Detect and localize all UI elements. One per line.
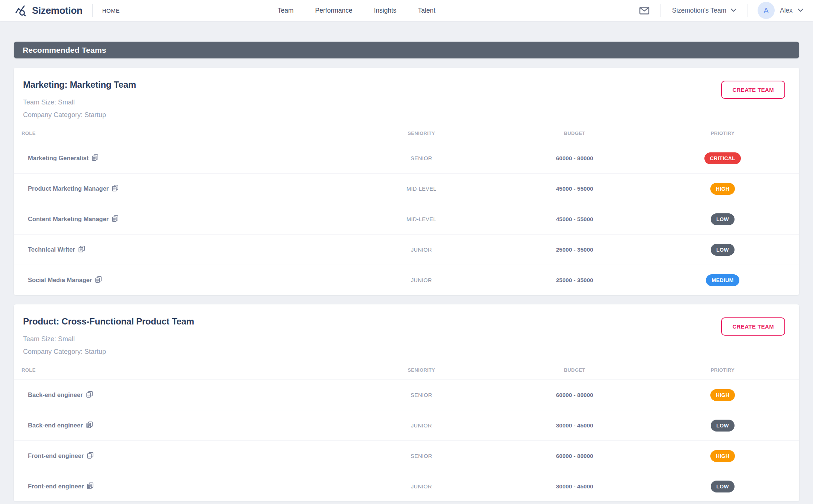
priority-cell: HIGH (646, 389, 799, 401)
mail-button[interactable] (638, 5, 651, 16)
role-seniority: JUNIOR (340, 423, 503, 429)
team-size: Team Size: Small (23, 96, 136, 109)
role-cell: Front-end engineer (14, 452, 340, 459)
user-menu[interactable]: A Alex (758, 2, 803, 19)
section-title: Recommended Teams (23, 46, 106, 55)
nav-item-insights[interactable]: Insights (374, 7, 396, 14)
role-cell: Content Marketing Manager (14, 216, 340, 223)
team-selector-label: Sizemotion's Team (672, 7, 726, 14)
copy-icon[interactable] (87, 482, 94, 489)
priority-badge: LOW (711, 420, 735, 432)
column-header-priority: PRIOTIRY (646, 367, 799, 373)
company-category: Company Category: Startup (23, 345, 194, 358)
table-row: Marketing Generalist SENIOR 60000 - 8000… (14, 143, 799, 173)
role-seniority: SENIOR (340, 155, 503, 161)
home-link[interactable]: HOME (102, 7, 120, 14)
user-name: Alex (780, 7, 793, 14)
role-name: Back-end engineer (28, 422, 83, 429)
create-team-button[interactable]: CREATE TEAM (721, 317, 785, 336)
copy-icon[interactable] (86, 391, 93, 398)
priority-badge: LOW (711, 244, 735, 256)
brand-name: Sizemotion (32, 5, 83, 16)
priority-badge: CRITICAL (704, 152, 741, 164)
main-nav: Team Performance Insights Talent (120, 7, 593, 14)
priority-cell: LOW (646, 213, 799, 225)
table-row: Product Marketing Manager MID-LEVEL 4500… (14, 173, 799, 204)
priority-cell: HIGH (646, 450, 799, 462)
role-seniority: MID-LEVEL (340, 216, 503, 222)
role-cell: Back-end engineer (14, 391, 340, 398)
copy-icon[interactable] (87, 452, 94, 459)
team-card: Product: Cross-Functional Product Team T… (14, 304, 799, 501)
divider (661, 4, 661, 17)
team-card-header: Product: Cross-Functional Product Team T… (14, 304, 799, 360)
table-row: Back-end engineer JUNIOR 30000 - 45000 L… (14, 410, 799, 440)
table-row: Content Marketing Manager MID-LEVEL 4500… (14, 204, 799, 234)
column-header-role: ROLE (14, 130, 340, 136)
role-cell: Product Marketing Manager (14, 185, 340, 192)
logo-icon (15, 4, 28, 16)
table-row: Social Media Manager JUNIOR 25000 - 3500… (14, 265, 799, 295)
table-body: Back-end engineer SENIOR 60000 - 80000 H… (14, 379, 799, 501)
role-budget: 60000 - 80000 (503, 453, 646, 459)
role-name: Product Marketing Manager (28, 185, 109, 192)
role-cell: Front-end engineer (14, 483, 340, 490)
role-budget: 45000 - 55000 (503, 185, 646, 192)
role-cell: Back-end engineer (14, 422, 340, 429)
team-selector-dropdown[interactable]: Sizemotion's Team (671, 7, 738, 14)
priority-badge: HIGH (710, 389, 735, 401)
priority-cell: MEDIUM (646, 274, 799, 286)
role-seniority: MID-LEVEL (340, 186, 503, 192)
column-header-seniority: SENIORITY (340, 130, 503, 136)
divider (92, 4, 93, 17)
section-header: Recommended Teams (14, 42, 799, 58)
avatar: A (758, 2, 775, 19)
role-name: Front-end engineer (28, 452, 84, 459)
role-budget: 60000 - 80000 (503, 155, 646, 162)
company-category: Company Category: Startup (23, 109, 136, 121)
priority-badge: HIGH (710, 183, 735, 195)
brand[interactable]: Sizemotion (15, 4, 83, 16)
column-header-budget: BUDGET (503, 367, 646, 373)
role-cell: Marketing Generalist (14, 155, 340, 162)
table-row: Front-end engineer SENIOR 60000 - 80000 … (14, 440, 799, 471)
column-header-role: ROLE (14, 367, 340, 373)
copy-icon[interactable] (86, 421, 93, 428)
team-card-header: Marketing: Marketing Team Team Size: Sma… (14, 68, 799, 123)
role-budget: 30000 - 45000 (503, 483, 646, 490)
copy-icon[interactable] (92, 154, 99, 161)
copy-icon[interactable] (78, 246, 85, 252)
role-name: Technical Writer (28, 246, 75, 253)
role-seniority: JUNIOR (340, 484, 503, 490)
top-navbar: Sizemotion HOME Team Performance Insight… (0, 0, 813, 21)
role-name: Back-end engineer (28, 391, 83, 398)
copy-icon[interactable] (112, 185, 119, 191)
role-budget: 60000 - 80000 (503, 392, 646, 398)
role-seniority: JUNIOR (340, 247, 503, 253)
column-header-budget: BUDGET (503, 130, 646, 136)
create-team-button[interactable]: CREATE TEAM (721, 81, 785, 99)
copy-icon[interactable] (95, 276, 102, 283)
role-name: Content Marketing Manager (28, 216, 109, 223)
team-title: Marketing: Marketing Team (23, 80, 136, 90)
nav-item-talent[interactable]: Talent (418, 7, 436, 14)
table-row: Back-end engineer SENIOR 60000 - 80000 H… (14, 379, 799, 410)
nav-item-performance[interactable]: Performance (315, 7, 352, 14)
role-seniority: JUNIOR (340, 277, 503, 283)
copy-icon[interactable] (112, 215, 119, 222)
table-header-row: ROLE SENIORITY BUDGET PRIOTIRY (14, 123, 799, 143)
role-name: Social Media Manager (28, 277, 92, 284)
page-content: Recommended Teams Marketing: Marketing T… (0, 21, 813, 501)
priority-cell: CRITICAL (646, 152, 799, 164)
table-row: Front-end engineer JUNIOR 30000 - 45000 … (14, 471, 799, 501)
role-budget: 25000 - 35000 (503, 246, 646, 253)
nav-item-team[interactable]: Team (278, 7, 294, 14)
role-cell: Social Media Manager (14, 277, 340, 284)
chevron-down-icon (798, 9, 803, 12)
navbar-right: Sizemotion's Team A Alex (638, 2, 803, 19)
priority-cell: HIGH (646, 183, 799, 195)
chevron-down-icon (731, 9, 736, 12)
role-seniority: SENIOR (340, 392, 503, 398)
team-size: Team Size: Small (23, 333, 194, 345)
recommended-teams-list: Marketing: Marketing Team Team Size: Sma… (14, 68, 799, 501)
